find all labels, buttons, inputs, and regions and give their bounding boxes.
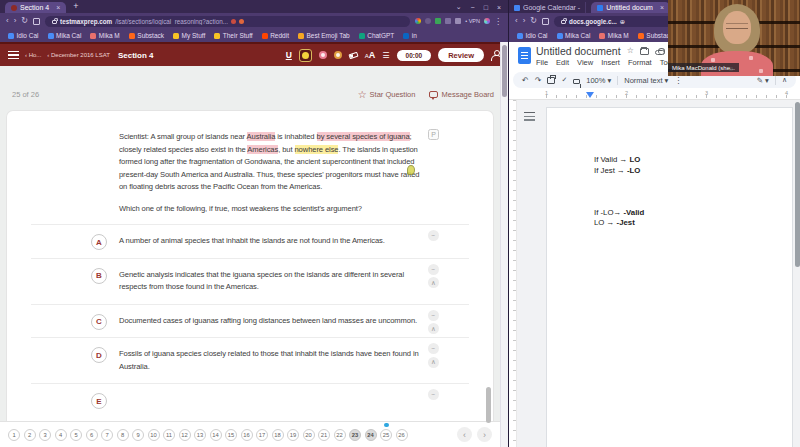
tab-google-calendar-[interactable]: Google Calendar - xyxy=(509,2,586,13)
menu-edit[interactable]: Edit xyxy=(556,58,569,67)
question-number-5[interactable]: 5 xyxy=(70,429,82,441)
sidebar-icon[interactable] xyxy=(445,18,451,24)
answer-row-E[interactable]: E− xyxy=(31,383,469,414)
docs-scrollbar-thumb[interactable] xyxy=(795,102,800,267)
paint-format-icon[interactable] xyxy=(573,79,580,84)
question-number-17[interactable]: 17 xyxy=(256,429,268,441)
collapse-answer-icon[interactable]: ∧ xyxy=(428,277,439,288)
bookmark-item[interactable]: Best Emoji Tab xyxy=(298,32,350,39)
back-icon[interactable]: ‹ xyxy=(6,17,9,25)
strike-answer-icon[interactable]: − xyxy=(428,264,439,275)
answer-letter[interactable]: B xyxy=(91,268,107,284)
breadcrumb-test[interactable]: ‹ December 2016 LSAT xyxy=(47,52,110,58)
indent-marker-icon[interactable] xyxy=(586,92,594,98)
answer-row-A[interactable]: AA number of animal species that inhabit… xyxy=(31,224,469,258)
breadcrumb-home[interactable]: ‹ Ho... xyxy=(25,52,41,58)
google-docs-icon[interactable] xyxy=(518,47,531,64)
extension-icon[interactable] xyxy=(435,18,441,24)
question-number-11[interactable]: 11 xyxy=(163,429,175,441)
redo-icon[interactable]: ↷ xyxy=(535,76,542,85)
star-question-button[interactable]: ☆ Star Question xyxy=(358,90,416,99)
zoom-icon[interactable]: ⊕ xyxy=(620,18,625,25)
bookmark-item[interactable]: Mika Cal xyxy=(48,32,82,39)
question-number-24[interactable]: 24 xyxy=(365,429,377,441)
question-number-21[interactable]: 21 xyxy=(318,429,330,441)
undo-icon[interactable]: ↶ xyxy=(522,76,529,85)
profile-extension-icon[interactable] xyxy=(415,18,421,24)
font-size-icon[interactable]: AA xyxy=(365,50,376,60)
question-number-9[interactable]: 9 xyxy=(132,429,144,441)
answer-row-D[interactable]: DFossils of iguana species closely relat… xyxy=(31,337,469,383)
question-number-20[interactable]: 20 xyxy=(303,429,315,441)
question-number-15[interactable]: 15 xyxy=(225,429,237,441)
question-number-23[interactable]: 23 xyxy=(349,429,361,441)
bookmark-item[interactable]: My Stuff xyxy=(173,32,205,39)
bookmark-panel-icon[interactable] xyxy=(33,18,40,25)
question-number-10[interactable]: 10 xyxy=(148,429,160,441)
forward-icon[interactable]: › xyxy=(523,17,526,25)
document-outline-icon[interactable] xyxy=(524,112,535,121)
bookmark-item[interactable]: in xyxy=(403,32,417,39)
left-scrollbar-thumb[interactable] xyxy=(502,45,507,97)
question-number-19[interactable]: 19 xyxy=(287,429,299,441)
highlighter-yellow-icon[interactable] xyxy=(299,49,312,62)
tab-search-icon[interactable]: ⌄ xyxy=(456,3,462,11)
question-number-14[interactable]: 14 xyxy=(210,429,222,441)
menu-file[interactable]: File xyxy=(536,58,548,67)
left-scrollbar[interactable] xyxy=(500,42,508,447)
timer-display[interactable]: 00:00 xyxy=(397,50,432,61)
bookmark-item[interactable]: Substack xyxy=(129,32,164,39)
bookmark-item[interactable]: Idio Cal xyxy=(517,32,548,39)
collapse-menus-icon[interactable]: ∧ xyxy=(782,76,787,84)
question-number-7[interactable]: 7 xyxy=(101,429,113,441)
bookmark-item[interactable]: ChatGPT xyxy=(359,32,395,39)
move-folder-icon[interactable] xyxy=(640,48,649,55)
menu-insert[interactable]: Insert xyxy=(601,58,620,67)
collapse-answer-icon[interactable]: ∧ xyxy=(428,357,439,368)
more-options-icon[interactable]: ⋮ xyxy=(674,76,682,85)
extension-badge-icon[interactable] xyxy=(231,19,236,24)
answer-row-C[interactable]: CDocumented cases of iguanas rafting lon… xyxy=(31,304,469,338)
new-tab-button[interactable]: + xyxy=(73,2,78,11)
reload-icon[interactable]: ↻ xyxy=(21,17,28,25)
reload-icon[interactable]: ↻ xyxy=(530,17,537,25)
question-number-25[interactable]: 25 xyxy=(380,429,392,441)
inner-scrollbar-thumb[interactable] xyxy=(486,387,491,423)
strike-answer-icon[interactable]: − xyxy=(428,230,439,241)
answer-letter[interactable]: A xyxy=(91,234,107,250)
minimize-icon[interactable]: − xyxy=(471,4,475,11)
answer-letter[interactable]: D xyxy=(91,347,107,363)
underline-tool-icon[interactable]: U xyxy=(286,50,292,60)
bookmark-item[interactable]: Reddit xyxy=(262,32,289,39)
question-number-4[interactable]: 4 xyxy=(55,429,67,441)
strike-answer-icon[interactable]: − xyxy=(428,389,439,400)
bookmark-item[interactable]: Mika M xyxy=(90,32,119,39)
highlighter-orange-icon[interactable] xyxy=(334,51,342,59)
vpn-extension-icon[interactable] xyxy=(484,18,490,24)
bookmark-item[interactable]: Mika M xyxy=(599,32,628,39)
question-number-12[interactable]: 12 xyxy=(179,429,191,441)
print-icon[interactable] xyxy=(547,77,555,84)
highlighter-pink-icon[interactable] xyxy=(319,51,327,59)
document-title[interactable]: Untitled document xyxy=(536,45,621,57)
prev-question-button[interactable]: ‹ xyxy=(457,427,472,442)
bookmark-item[interactable]: Their Stuff xyxy=(214,32,252,39)
docs-ruler[interactable]: 1234 xyxy=(509,90,800,100)
question-number-2[interactable]: 2 xyxy=(24,429,36,441)
menu-format[interactable]: Format xyxy=(628,58,652,67)
extension-icon[interactable] xyxy=(425,18,431,24)
account-icon[interactable] xyxy=(491,50,500,60)
close-tab-icon[interactable]: × xyxy=(660,4,664,11)
bookmark-item[interactable]: Mika Cal xyxy=(557,32,591,39)
bookmark-panel-icon[interactable] xyxy=(542,18,549,25)
bookmark-item[interactable]: Idio Cal xyxy=(8,32,39,39)
paragraph-style-select[interactable]: Normal text▾ xyxy=(624,76,668,85)
maximize-icon[interactable]: □ xyxy=(484,4,488,11)
question-number-6[interactable]: 6 xyxy=(86,429,98,441)
question-list-icon[interactable]: ☰ xyxy=(382,51,389,60)
next-question-button[interactable]: › xyxy=(477,427,492,442)
answer-letter[interactable]: E xyxy=(91,393,107,409)
answer-row-B[interactable]: BGenetic analysis indicates that the igu… xyxy=(31,258,469,304)
review-button[interactable]: Review xyxy=(438,48,484,62)
forward-icon[interactable]: › xyxy=(14,17,17,25)
